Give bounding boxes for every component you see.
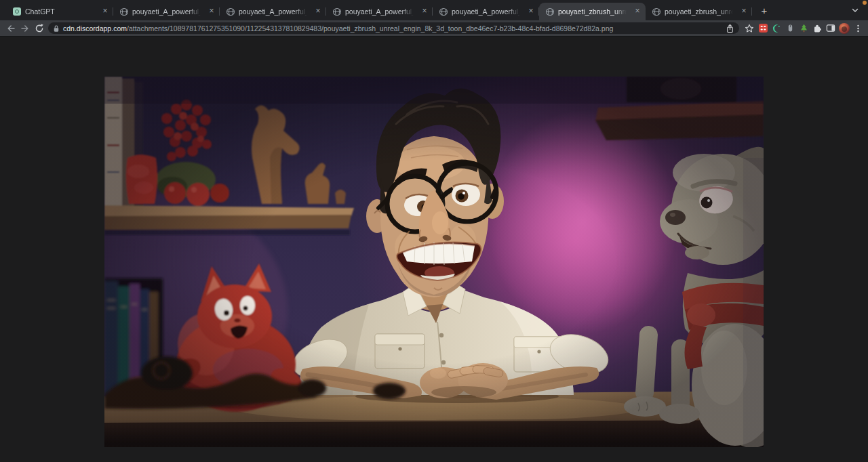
discord-attachment-image[interactable] (104, 77, 764, 447)
tab-strip: ChatGPT × pouyaeti_A_powerful_modern × p… (0, 0, 868, 20)
url-path: /attachments/1089781761275351090/1122543… (127, 24, 613, 33)
tab-label: pouyaeti_zbrush_unreal_engin (665, 7, 735, 16)
globe-favicon (652, 8, 660, 16)
notification-dot (863, 1, 867, 5)
browser-toolbar: cdn.discordapp.com/attachments/108978176… (0, 20, 868, 37)
globe-favicon (439, 8, 448, 16)
url-domain: cdn.discordapp.com (63, 24, 127, 33)
dark-moon-extension-icon[interactable] (770, 22, 783, 35)
tab-chatgpt[interactable]: ChatGPT × (7, 3, 113, 20)
profile-avatar[interactable] (837, 22, 851, 35)
lock-icon (53, 24, 60, 33)
mouse-extension-icon[interactable] (783, 22, 797, 35)
forward-button[interactable] (18, 22, 32, 35)
tab-label: pouyaeti_A_powerful_modern (345, 7, 416, 16)
tab-zbrush-active[interactable]: pouyaeti_zbrush_unreal_engin × (539, 3, 646, 20)
bookmark-star-icon[interactable] (743, 22, 756, 35)
tab-zbrush-2[interactable]: pouyaeti_zbrush_unreal_engin × (646, 3, 752, 20)
globe-favicon (546, 8, 554, 16)
toon-render (104, 77, 764, 447)
sidebar-toggle-icon[interactable] (824, 22, 837, 35)
globe-favicon (120, 8, 128, 16)
globe-favicon (333, 8, 341, 16)
tab-pouyaeti-1[interactable]: pouyaeti_A_powerful_modern × (113, 3, 220, 20)
tab-close-icon[interactable]: × (739, 7, 749, 16)
top-shade (104, 77, 764, 104)
tab-label: pouyaeti_A_powerful_modern (239, 7, 309, 16)
browser-window: ChatGPT × pouyaeti_A_powerful_modern × p… (0, 0, 868, 462)
globe-favicon (226, 8, 235, 16)
menu-kebab-icon[interactable] (851, 22, 865, 35)
tab-pouyaeti-4[interactable]: pouyaeti_A_powerful_modern × (433, 3, 539, 20)
tab-label: ChatGPT (25, 7, 96, 16)
tab-pouyaeti-2[interactable]: pouyaeti_A_powerful_modern × (220, 3, 326, 20)
tab-label: pouyaeti_A_powerful_modern (132, 7, 203, 16)
tab-close-icon[interactable]: × (526, 7, 536, 16)
page-content (0, 37, 868, 462)
reload-button[interactable] (32, 22, 46, 35)
tab-label: pouyaeti_A_powerful_modern (452, 7, 522, 16)
tab-search-chevron-icon[interactable] (850, 5, 860, 15)
tab-pouyaeti-3[interactable]: pouyaeti_A_powerful_modern × (326, 3, 433, 20)
extensions-puzzle-icon[interactable] (810, 22, 824, 35)
avatar (839, 23, 850, 34)
tab-close-icon[interactable]: × (633, 7, 642, 16)
chatgpt-favicon (13, 7, 21, 16)
tab-close-icon[interactable]: × (207, 7, 216, 16)
new-tab-button[interactable]: + (756, 3, 772, 19)
tree-extension-icon[interactable] (797, 22, 810, 35)
red-grid-extension-icon[interactable] (756, 22, 770, 35)
tab-close-icon[interactable]: × (313, 7, 323, 16)
address-bar[interactable]: cdn.discordapp.com/attachments/108978176… (48, 22, 739, 34)
vignette (104, 77, 764, 447)
tab-close-icon[interactable]: × (100, 7, 110, 16)
share-icon[interactable] (726, 24, 734, 33)
url-text: cdn.discordapp.com/attachments/108978176… (63, 24, 722, 33)
tab-close-icon[interactable]: × (420, 7, 429, 16)
tab-label: pouyaeti_zbrush_unreal_engin (558, 7, 629, 16)
back-button[interactable] (3, 22, 18, 35)
